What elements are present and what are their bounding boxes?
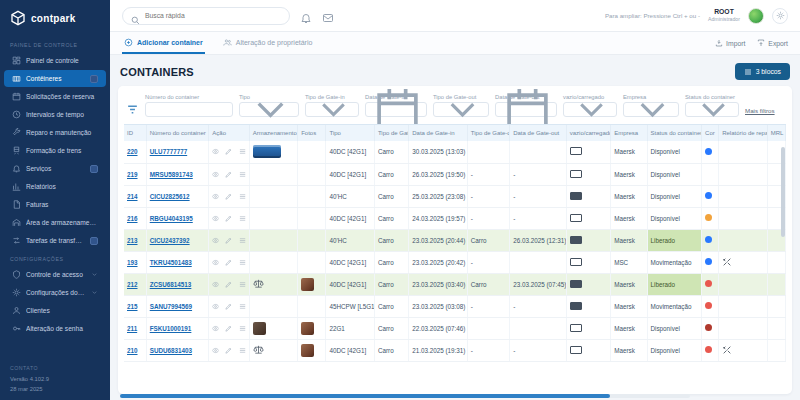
sidebar-item-train[interactable]: Formação de trens: [4, 142, 106, 159]
container-number-link[interactable]: TKRU4501483: [150, 259, 192, 266]
avatar[interactable]: [748, 8, 764, 24]
filter-select-control[interactable]: All: [563, 102, 617, 117]
menu-icon[interactable]: [239, 214, 246, 223]
sidebar-item-storage[interactable]: Área de armazenamento: [4, 214, 106, 231]
photo-thumbnail[interactable]: [301, 278, 314, 291]
sidebar-item-reserve[interactable]: Solicitações de reserva: [4, 88, 106, 105]
global-search[interactable]: [122, 7, 290, 25]
pencil-icon[interactable]: [225, 147, 232, 156]
row-id-link[interactable]: 219: [127, 171, 138, 178]
container-number-link[interactable]: CICU2825612: [150, 193, 190, 200]
user-block[interactable]: ROOT Administrador: [708, 8, 740, 22]
filter-text-control[interactable]: [145, 102, 233, 117]
menu-icon[interactable]: [239, 280, 246, 289]
menu-icon[interactable]: [239, 170, 246, 179]
horizontal-scrollbar-thumb[interactable]: [120, 394, 610, 398]
pencil-icon[interactable]: [225, 280, 232, 289]
import-button[interactable]: Import: [715, 39, 745, 47]
container-number-link[interactable]: SANU7994569: [150, 303, 192, 310]
settings-gear-button[interactable]: [772, 8, 788, 24]
pencil-icon[interactable]: [225, 170, 232, 179]
sidebar-item-time[interactable]: Intervalos de tempo: [4, 106, 106, 123]
row-id-link[interactable]: 213: [127, 237, 138, 244]
export-button[interactable]: Export: [757, 39, 788, 47]
sidebar-item-services[interactable]: Serviços: [4, 160, 106, 177]
sidebar-item-containers[interactable]: Contêineres: [4, 70, 106, 87]
pencil-icon[interactable]: [225, 324, 232, 333]
menu-icon[interactable]: [239, 236, 246, 245]
menu-icon[interactable]: [239, 192, 246, 201]
filter-select-control[interactable]: All: [685, 102, 739, 117]
more-filters-link[interactable]: Mais filtros: [745, 107, 775, 114]
yard-thumbnail[interactable]: [253, 145, 281, 158]
notifications-bell-icon[interactable]: [300, 10, 312, 22]
filter-select-control[interactable]: All: [305, 102, 359, 117]
scale-icon[interactable]: [253, 344, 264, 355]
filter-date-control[interactable]: [365, 102, 427, 117]
row-id-link[interactable]: 193: [127, 259, 138, 266]
filter-select-control[interactable]: All: [433, 102, 489, 117]
sidebar-item-clients[interactable]: Clientes: [4, 302, 106, 319]
menu-icon[interactable]: [239, 147, 246, 156]
eye-icon[interactable]: [212, 170, 219, 179]
sidebar-item-reports[interactable]: Relatórios: [4, 178, 106, 195]
tools-icon[interactable]: [722, 257, 732, 267]
eye-icon[interactable]: [212, 346, 219, 355]
eye-icon[interactable]: [212, 147, 219, 156]
eye-icon[interactable]: [212, 258, 219, 267]
vertical-scrollbar[interactable]: [781, 147, 785, 237]
menu-icon[interactable]: [239, 258, 246, 267]
menu-icon[interactable]: [239, 302, 246, 311]
storage-photo-thumbnail[interactable]: [253, 322, 266, 335]
blocks-button[interactable]: 3 blocos: [735, 63, 790, 80]
sidebar-item-access[interactable]: Controle de acesso: [4, 266, 106, 283]
filter-text-input[interactable]: [150, 106, 228, 113]
eye-icon[interactable]: [212, 280, 219, 289]
menu-icon[interactable]: [239, 324, 246, 333]
row-id-link[interactable]: 212: [127, 281, 138, 288]
container-number-link[interactable]: CICU2437392: [150, 237, 190, 244]
pencil-icon[interactable]: [225, 302, 232, 311]
row-id-link[interactable]: 220: [127, 148, 138, 155]
container-number-link[interactable]: MRSU5891743: [150, 171, 193, 178]
filter-date-control[interactable]: [495, 102, 557, 117]
container-number-link[interactable]: FSKU1000191: [150, 325, 192, 332]
container-number-link[interactable]: ZCSU6814513: [150, 281, 192, 288]
container-number-link[interactable]: SUDU6831403: [150, 347, 192, 354]
sidebar-item-invoices[interactable]: Faturas: [4, 196, 106, 213]
row-id-link[interactable]: 216: [127, 215, 138, 222]
eye-icon[interactable]: [212, 302, 219, 311]
eye-icon[interactable]: [212, 214, 219, 223]
eye-icon[interactable]: [212, 192, 219, 201]
sidebar-item-terminal[interactable]: Configurações do terminal: [4, 284, 106, 301]
pencil-icon[interactable]: [225, 258, 232, 267]
messages-mail-icon[interactable]: [322, 10, 334, 22]
pencil-icon[interactable]: [225, 192, 232, 201]
sidebar-item-dashboard[interactable]: Painel de controle: [4, 52, 106, 69]
pencil-icon[interactable]: [225, 346, 232, 355]
eye-icon[interactable]: [212, 324, 219, 333]
eye-icon[interactable]: [212, 236, 219, 245]
sidebar-item-password[interactable]: Alteração de senha: [4, 320, 106, 337]
filter-select-control[interactable]: All: [239, 102, 299, 117]
container-number-link[interactable]: RBGU4043195: [150, 215, 193, 222]
filter-select-control[interactable]: All: [623, 102, 679, 117]
tab-plus-circle[interactable]: Adicionar container: [122, 32, 205, 54]
row-id-link[interactable]: 215: [127, 303, 138, 310]
tab-people[interactable]: Alteração de proprietário: [221, 32, 315, 54]
container-number-link[interactable]: ULU7777777: [150, 148, 187, 155]
filter-funnel-icon[interactable]: [126, 102, 139, 115]
tools-icon[interactable]: [722, 345, 732, 355]
photo-thumbnail[interactable]: [301, 322, 314, 335]
scale-icon[interactable]: [253, 278, 264, 289]
row-id-link[interactable]: 210: [127, 347, 138, 354]
search-input[interactable]: [145, 12, 281, 19]
brand-logo[interactable]: contpark: [0, 8, 110, 36]
menu-icon[interactable]: [239, 346, 246, 355]
pencil-icon[interactable]: [225, 214, 232, 223]
row-id-link[interactable]: 211: [127, 325, 137, 332]
photo-thumbnail[interactable]: [301, 344, 314, 357]
sidebar-item-transfer[interactable]: Tarefas de transferência: [4, 232, 106, 249]
sidebar-item-repair[interactable]: Reparo e manutenção: [4, 124, 106, 141]
pencil-icon[interactable]: [225, 236, 232, 245]
